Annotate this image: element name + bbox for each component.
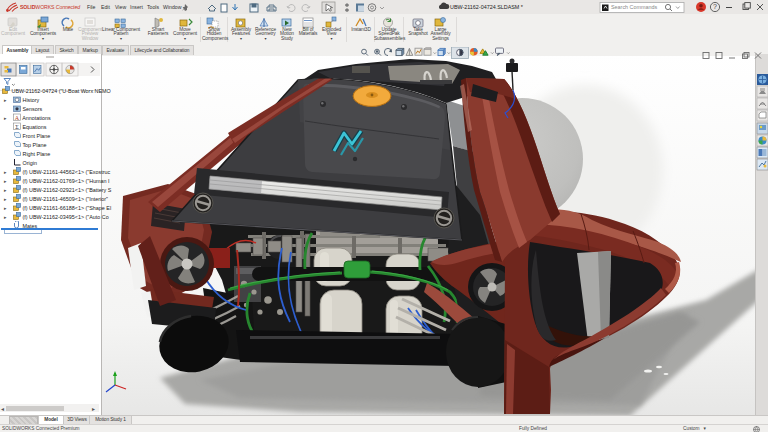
svg-text:?: ?: [713, 3, 717, 10]
svg-text:Σ: Σ: [15, 124, 19, 130]
svg-text:A: A: [15, 115, 20, 121]
